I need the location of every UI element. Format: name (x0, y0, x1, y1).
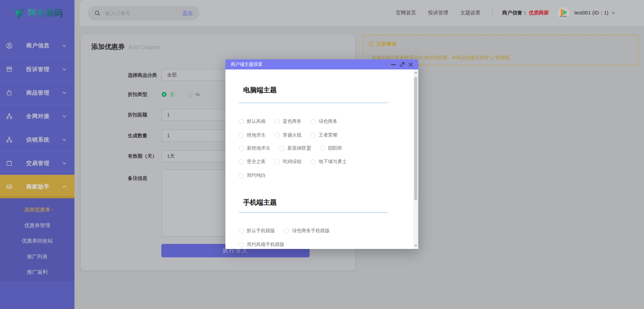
scrollbar-thumb[interactable] (414, 77, 417, 200)
sidebar-subitem-promotion-rebate[interactable]: 推广返利 (0, 264, 74, 280)
sidebar-item-label: 交易管理 (26, 160, 50, 167)
theme-option-label: 绿色商务手机模版 (292, 228, 330, 234)
sidebar-subitem-coupon-management[interactable]: 优惠券管理 (0, 218, 74, 234)
theme-option[interactable]: 阴阳师 (320, 145, 342, 151)
theme-option[interactable]: 默认风格 (239, 118, 266, 124)
chevron-down-icon (62, 139, 66, 141)
search-input[interactable] (105, 10, 182, 16)
radio-icon (320, 146, 325, 151)
notice-title: 注意事项 (376, 41, 396, 47)
sidebar-item-trade-management[interactable]: 交易管理 (0, 151, 74, 175)
sidebar-subitem-promotion-list[interactable]: 推广列表 (0, 249, 74, 265)
top-header: 查询 官网首页 投诉管理 主题设置 商户信誉： 优质商家 腾讯视频 test00… (74, 0, 644, 26)
search-icon (95, 10, 100, 16)
scroll-up-icon[interactable] (415, 72, 417, 73)
sidebar-item-product-management[interactable]: 商品管理 (0, 81, 74, 104)
header-divider (492, 9, 493, 17)
theme-option[interactable]: 王者荣耀 (311, 132, 337, 138)
radio-icon (239, 242, 244, 247)
radio-icon (284, 228, 289, 234)
theme-option[interactable]: 新英雄联盟 (279, 145, 311, 151)
sidebar-subitem-add-coupon[interactable]: - 添加优惠券 - (0, 202, 74, 218)
theme-option-label: 堡垒之夜 (247, 159, 266, 165)
theme-option[interactable]: 堡垒之夜 (239, 159, 266, 165)
sidebar-item-network-integration[interactable]: 全网对接 (0, 104, 74, 128)
radio-yuan[interactable]: 元 (162, 91, 175, 98)
nav-complaint-management[interactable]: 投诉管理 (428, 10, 448, 16)
maximize-icon[interactable] (400, 62, 405, 67)
theme-option[interactable]: 蓝色商务 (275, 118, 302, 124)
chevron-down-icon[interactable] (611, 12, 615, 14)
pc-theme-row: 简约纯白 (239, 172, 266, 178)
theme-option[interactable]: 吃鸡绿狙 (275, 159, 302, 165)
close-icon[interactable] (409, 62, 413, 67)
sidebar-item-label: 全网对接 (26, 113, 50, 120)
bull-logo-icon (12, 7, 26, 19)
theme-option[interactable]: 绿色商务手机模版 (284, 228, 330, 234)
sidebar-item-label: 商家助手 (26, 183, 50, 191)
sidebar-subitem-coupon-recycle[interactable]: 优惠券回收站 (0, 233, 74, 249)
theme-option-label: 新英雄联盟 (287, 145, 311, 151)
chevron-down-icon (62, 68, 66, 70)
sidebar-item-merchant-assistant[interactable]: 商家助手 (0, 175, 74, 198)
validity-label: 有效期（天） (128, 153, 157, 159)
theme-option-label: 简约纯白 (247, 172, 266, 178)
sidebar-item-label: 商品管理 (26, 89, 50, 97)
modal-scrollbar[interactable] (413, 69, 418, 249)
radio-icon (279, 146, 284, 151)
notice-head: 注意事项 (368, 41, 396, 47)
theme-option-label: 吃鸡绿狙 (283, 159, 302, 165)
chevron-down-icon (62, 162, 66, 164)
pc-theme-row: 堡垒之夜 吃鸡绿狙 地下城与勇士 (239, 159, 347, 165)
radio-selected-icon (162, 92, 167, 97)
sidebar-menu: 商户信息 投诉管理 商品管理 全网对接 供销系统 交易管理 (0, 34, 74, 198)
modal-titlebar[interactable]: 商户端主题设置 (225, 59, 418, 69)
mobile-theme-row: 默认手机模版 绿色商务手机模版 (239, 228, 330, 234)
mobile-theme-heading: 手机端主题 (243, 198, 277, 207)
sidebar-item-complaint-management[interactable]: 投诉管理 (0, 57, 74, 81)
radio-icon (239, 119, 244, 124)
modal-window-controls (391, 62, 413, 67)
radio-label: % (196, 92, 200, 97)
scroll-down-icon[interactable] (415, 245, 417, 247)
theme-option[interactable]: 绿色商务 (311, 118, 337, 124)
theme-option-label: 穿越火线 (283, 132, 302, 138)
theme-option[interactable]: 简约纯白 (239, 172, 266, 178)
avatar[interactable]: 腾讯视频 (557, 7, 570, 19)
theme-settings-modal: 商户端主题设置 电脑端主题 默认风格 蓝色商务 绿色商务 绝地求生 穿越火线 王… (225, 59, 418, 249)
radio-icon (275, 119, 280, 124)
play-logo-icon: 腾讯视频 (559, 8, 568, 18)
quantity-label: 生成数量 (128, 133, 147, 139)
section-underline (239, 212, 388, 213)
pc-theme-row: 新绝地求生 新英雄联盟 阴阳师 (239, 145, 342, 151)
theme-option[interactable]: 绝地求生 (239, 132, 266, 138)
theme-option[interactable]: 穿越火线 (275, 132, 302, 138)
category-label: 选择商品分类 (128, 72, 157, 79)
sidebar-item-merchant-info[interactable]: 商户信息 (0, 34, 74, 57)
username[interactable]: test001 (ID：1) (574, 10, 608, 16)
theme-option-label: 绝地求生 (247, 132, 266, 138)
nav-official-home[interactable]: 官网首页 (396, 10, 416, 16)
card-title: 添加优惠券 Add Coupon (91, 42, 160, 51)
chevron-down-icon (62, 45, 66, 47)
search-button[interactable]: 查询 (182, 10, 193, 16)
theme-option[interactable]: 新绝地求生 (239, 145, 270, 151)
ticket-icon (6, 183, 13, 190)
modal-body: 电脑端主题 默认风格 蓝色商务 绿色商务 绝地求生 穿越火线 王者荣耀 新绝地求… (225, 69, 418, 249)
theme-option[interactable]: 地下城与勇士 (311, 159, 347, 165)
theme-option[interactable]: 简约风格手机模版 (239, 242, 284, 248)
radio-icon (311, 159, 316, 164)
sidebar-item-supply-system[interactable]: 供销系统 (0, 128, 74, 151)
nav-theme-settings[interactable]: 主题设置 (460, 10, 480, 16)
radio-icon (311, 119, 316, 124)
chevron-down-icon (62, 92, 66, 94)
theme-option[interactable]: 默认手机模版 (239, 228, 275, 234)
minimize-icon[interactable] (391, 64, 396, 65)
sidebar-submenu: - 添加优惠券 - 优惠券管理 优惠券回收站 推广列表 推广返利 (0, 196, 74, 281)
sidebar: 阿奇源码 商户信息 投诉管理 商品管理 全网对接 供销系统 (0, 0, 74, 309)
section-underline (239, 103, 388, 103)
store-icon (6, 66, 13, 73)
radio-icon (239, 228, 244, 234)
pc-theme-row: 默认风格 蓝色商务 绿色商务 (239, 118, 337, 124)
radio-percent[interactable]: % (187, 92, 200, 97)
